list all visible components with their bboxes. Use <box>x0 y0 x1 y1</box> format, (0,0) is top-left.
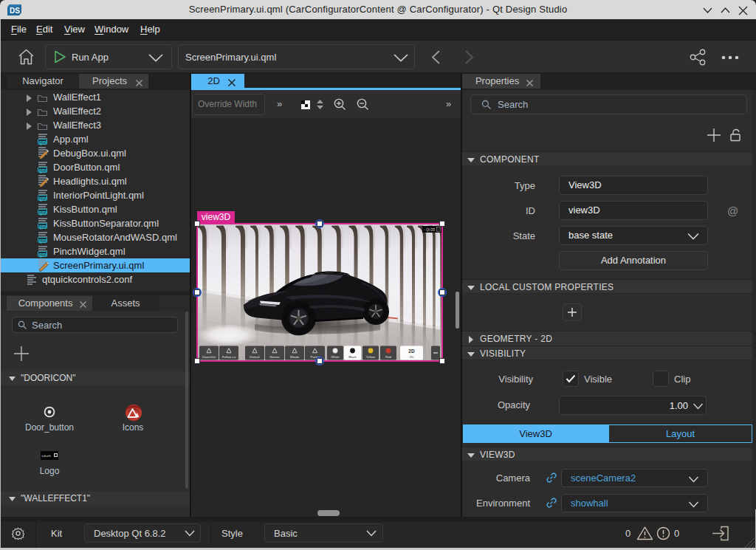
svg-text:kdkaHr: kdkaHr <box>42 454 52 458</box>
svg-text:DS: DS <box>10 7 20 15</box>
